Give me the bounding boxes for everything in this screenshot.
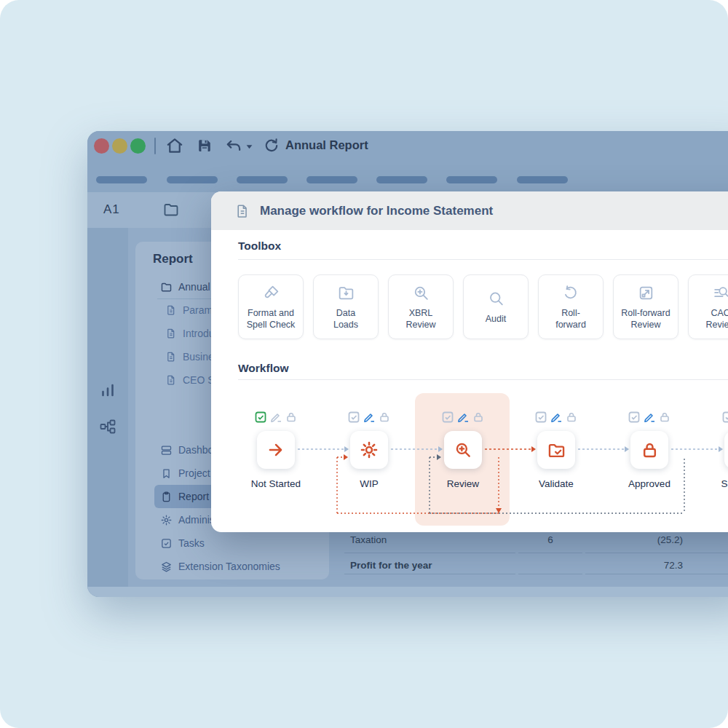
lock-icon[interactable] — [285, 411, 297, 423]
tool-label: CAO Review — [706, 307, 728, 331]
checkbox-icon[interactable] — [628, 411, 640, 423]
dialog-header: Manage workflow for Income Statement — [211, 191, 728, 230]
workflow-step-wip[interactable] — [350, 431, 388, 469]
tool-cao-review[interactable]: CAO Review — [688, 274, 728, 339]
table-cell: Taxation — [350, 534, 387, 545]
zoom-button[interactable] — [130, 138, 146, 154]
sidebar-item-tasks[interactable]: Tasks — [135, 531, 323, 555]
step-label: Approved — [606, 478, 693, 489]
tool-label: Roll- forward — [555, 307, 586, 331]
sidebar-item-extension-taxonomies[interactable]: Extension Taxonomies — [135, 555, 323, 578]
undo-icon[interactable] — [224, 137, 243, 156]
checkbox-icon[interactable] — [722, 411, 728, 423]
pencil-icon[interactable] — [457, 411, 469, 423]
save-icon[interactable] — [197, 138, 213, 154]
dialog-title: Manage workflow for Income Statement — [260, 204, 493, 218]
section-divider — [238, 259, 728, 260]
step-status-icons — [348, 411, 390, 423]
lock-icon — [640, 440, 660, 460]
checkbox-icon[interactable] — [348, 411, 360, 423]
lock-icon[interactable] — [566, 411, 577, 423]
step-label: Review — [419, 478, 507, 489]
sidebar-item-label: Dashbo — [178, 444, 213, 456]
zoom-in-icon — [454, 440, 472, 459]
lock-icon[interactable] — [659, 411, 670, 423]
bar-chart-icon[interactable] — [99, 381, 116, 399]
sidebar-item-label: Adminis — [178, 514, 215, 526]
table-cell: 6 — [518, 534, 582, 545]
menu-pill[interactable] — [167, 176, 218, 183]
workflow-step-review[interactable] — [444, 431, 482, 469]
page-background: Annual Report A1 Report — [0, 0, 728, 728]
rotate-ccw-icon — [562, 283, 580, 302]
toolbox-heading: Toolbox — [238, 240, 281, 253]
gear-icon — [160, 514, 173, 526]
gear-icon — [359, 440, 379, 460]
menu-pill[interactable] — [306, 176, 357, 183]
pencil-icon[interactable] — [550, 411, 562, 423]
workflow-step-not-started[interactable] — [257, 431, 295, 469]
tool-roll-forward-review[interactable]: Roll-forward Review — [613, 274, 678, 339]
home-icon[interactable] — [165, 136, 184, 155]
sidebar-item-label: Project — [178, 467, 210, 479]
step-label: Submitted — [700, 478, 728, 489]
minimize-button[interactable] — [112, 138, 127, 154]
table-cell: (25.2) — [585, 534, 683, 545]
tool-format-spell-check[interactable]: Format and Spell Check — [238, 274, 304, 339]
checkbox-icon[interactable] — [535, 411, 547, 423]
bookmark-icon — [160, 467, 173, 480]
window-footer — [87, 587, 728, 597]
folder-download-icon — [337, 283, 355, 302]
step-status-icons — [722, 411, 728, 423]
tool-roll-forward[interactable]: Roll- forward — [538, 274, 604, 339]
document-icon — [165, 304, 177, 316]
table-cell: Profit for the year — [350, 560, 432, 571]
lock-icon[interactable] — [472, 411, 484, 423]
window-title: Annual Report — [285, 138, 368, 152]
redo-icon[interactable] — [263, 137, 280, 154]
sidebar-item-label: Report — [178, 491, 209, 502]
window-titlebar: Annual Report — [87, 131, 728, 192]
folder-icon[interactable] — [162, 201, 180, 218]
menu-pill[interactable] — [237, 176, 288, 183]
magnifier-icon — [487, 289, 505, 308]
workflow-step-submitted[interactable] — [724, 431, 728, 469]
menu-pill[interactable] — [517, 176, 568, 183]
table-cell: 72.3 — [585, 560, 683, 571]
step-label: Not Started — [232, 478, 320, 489]
tool-label: Data Loads — [333, 307, 358, 331]
step-status-icons — [255, 411, 297, 423]
pencil-icon[interactable] — [644, 411, 655, 423]
step-status-icons — [442, 411, 484, 423]
network-icon[interactable] — [99, 418, 116, 435]
table-gridline — [344, 574, 515, 574]
pencil-icon[interactable] — [270, 411, 282, 423]
tool-data-loads[interactable]: Data Loads — [313, 274, 379, 339]
paintbrush-icon — [262, 283, 280, 302]
close-button[interactable] — [94, 138, 109, 154]
folder-icon — [160, 281, 173, 293]
checkbox-icon[interactable] — [442, 411, 454, 423]
expand-icon — [637, 283, 655, 302]
pencil-icon[interactable] — [363, 411, 375, 423]
tool-audit[interactable]: Audit — [463, 274, 529, 339]
workflow-step-validate[interactable] — [537, 431, 575, 469]
menu-pill[interactable] — [96, 176, 147, 183]
tool-xbrl-review[interactable]: XBRL Review — [388, 274, 454, 339]
lock-icon[interactable] — [379, 411, 390, 423]
layers-icon — [160, 561, 173, 573]
step-label: WIP — [325, 478, 413, 489]
tool-label: XBRL Review — [406, 307, 436, 331]
table-gridline — [585, 574, 728, 574]
step-status-icons — [535, 411, 577, 423]
menu-pill[interactable] — [446, 176, 497, 183]
menu-pill[interactable] — [376, 176, 427, 183]
titlebar-divider — [154, 138, 156, 154]
undo-dropdown-caret[interactable] — [245, 143, 253, 151]
cell-reference[interactable]: A1 — [103, 202, 120, 217]
list-search-icon — [712, 283, 728, 302]
workflow-step-approved[interactable] — [630, 431, 668, 469]
left-icon-rail — [87, 228, 128, 597]
document-icon — [165, 328, 177, 339]
checkbox-icon[interactable] — [255, 411, 266, 423]
